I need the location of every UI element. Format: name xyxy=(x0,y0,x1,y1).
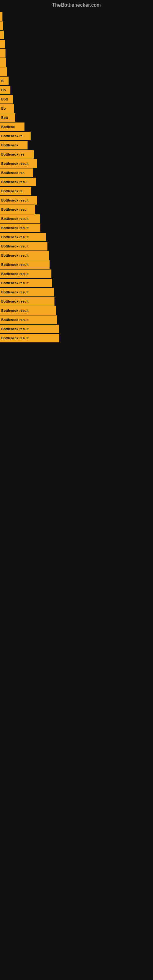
bar-label-11: Bo xyxy=(1,107,6,110)
result-bar-8: B xyxy=(0,76,9,85)
bar-row: Bottleneck result xyxy=(0,215,153,223)
result-bar-15: Bottleneck xyxy=(0,141,27,150)
result-bar-25: Bottleneck result xyxy=(0,233,46,241)
result-bar-10: Bott xyxy=(0,95,13,103)
result-bar-7 xyxy=(0,67,7,76)
bar-row xyxy=(0,40,153,48)
bar-row xyxy=(0,21,153,30)
result-bar-18: Bottleneck res xyxy=(0,169,33,177)
result-bar-6 xyxy=(0,58,6,67)
bar-label-30: Bottleneck result xyxy=(1,281,29,285)
bar-row: Bottleneck resul xyxy=(0,205,153,214)
bar-label-14: Bottleneck re xyxy=(1,134,22,138)
bar-label-9: Bo xyxy=(1,88,6,92)
bar-row xyxy=(0,58,153,67)
result-bar-35: Bottleneck result xyxy=(0,325,59,333)
bar-row: Bottleneck result xyxy=(0,325,153,333)
bar-row: Bottleneck result xyxy=(0,224,153,232)
bar-label-25: Bottleneck result xyxy=(1,235,29,239)
bar-label-31: Bottleneck result xyxy=(1,290,29,294)
bar-row: Bottleneck result xyxy=(0,251,153,260)
result-bar-22: Bottleneck resul xyxy=(0,205,35,214)
result-bar-31: Bottleneck result xyxy=(0,288,54,296)
bar-row: Bottleneck resul xyxy=(0,178,153,186)
bar-row: Bott xyxy=(0,95,153,103)
bar-row: Bottleneck result xyxy=(0,269,153,278)
bar-label-34: Bottleneck result xyxy=(1,318,29,321)
bar-row: Bottleneck result xyxy=(0,233,153,241)
bar-row xyxy=(0,67,153,76)
bar-row: Bottleneck res xyxy=(0,150,153,159)
bar-row: Bottleneck result xyxy=(0,279,153,287)
bar-label-27: Bottleneck result xyxy=(1,254,29,257)
result-bar-24: Bottleneck result xyxy=(0,224,40,232)
bar-row: Bottleneck xyxy=(0,141,153,150)
result-bar-19: Bottleneck resul xyxy=(0,178,36,186)
bar-row xyxy=(0,30,153,39)
result-bar-17: Bottleneck result xyxy=(0,159,37,168)
bar-label-21: Bottleneck result xyxy=(1,199,29,202)
bar-label-13: Bottlene xyxy=(1,125,15,129)
bars-container: BBoBottBoBottBottleneBottleneck reBottle… xyxy=(0,9,153,343)
bar-row: Bottleneck result xyxy=(0,196,153,205)
bar-row: Bottleneck res xyxy=(0,169,153,177)
bar-row: Bottleneck result xyxy=(0,306,153,315)
result-bar-14: Bottleneck re xyxy=(0,132,30,140)
bar-label-26: Bottleneck result xyxy=(1,244,29,248)
bar-label-10: Bott xyxy=(1,97,8,101)
result-bar-3 xyxy=(0,30,4,39)
bar-label-32: Bottleneck result xyxy=(1,299,29,303)
bar-row: Bottleneck result xyxy=(0,288,153,296)
bar-label-18: Bottleneck res xyxy=(1,171,24,175)
bar-row: Bottleneck result xyxy=(0,242,153,250)
result-bar-23: Bottleneck result xyxy=(0,215,40,223)
bar-label-20: Bottleneck re xyxy=(1,189,22,193)
bar-label-33: Bottleneck result xyxy=(1,309,29,312)
result-bar-32: Bottleneck result xyxy=(0,297,54,305)
result-bar-26: Bottleneck result xyxy=(0,242,48,250)
bar-row: B xyxy=(0,76,153,85)
bar-row: Bo xyxy=(0,104,153,113)
result-bar-34: Bottleneck result xyxy=(0,315,57,324)
result-bar-9: Bo xyxy=(0,86,10,94)
result-bar-21: Bottleneck result xyxy=(0,196,37,205)
bar-row: Bottleneck re xyxy=(0,187,153,196)
bar-row: Bo xyxy=(0,86,153,94)
bar-row: Bottleneck result xyxy=(0,315,153,324)
bar-label-17: Bottleneck result xyxy=(1,162,29,165)
bar-row: Bottlene xyxy=(0,123,153,131)
bar-row: Bottleneck re xyxy=(0,132,153,140)
site-title: TheBottlenecker.com xyxy=(0,0,153,9)
bar-label-23: Bottleneck result xyxy=(1,217,29,221)
result-bar-27: Bottleneck result xyxy=(0,251,49,260)
result-bar-30: Bottleneck result xyxy=(0,279,52,287)
bar-row: Bottleneck result xyxy=(0,260,153,269)
bar-label-29: Bottleneck result xyxy=(1,272,29,275)
bar-label-24: Bottleneck result xyxy=(1,226,29,230)
bar-row: Bottleneck result xyxy=(0,159,153,168)
result-bar-12: Bott xyxy=(0,113,15,122)
result-bar-36: Bottleneck result xyxy=(0,334,59,342)
result-bar-28: Bottleneck result xyxy=(0,260,49,269)
result-bar-33: Bottleneck result xyxy=(0,306,56,315)
bar-label-36: Bottleneck result xyxy=(1,336,29,340)
result-bar-11: Bo xyxy=(0,104,14,113)
result-bar-1 xyxy=(0,12,2,21)
result-bar-2 xyxy=(0,21,3,30)
bar-row: Bottleneck result xyxy=(0,334,153,342)
result-bar-4 xyxy=(0,40,5,48)
bar-row: Bottleneck result xyxy=(0,297,153,305)
bar-label-8: B xyxy=(1,79,4,83)
bar-label-35: Bottleneck result xyxy=(1,327,29,331)
bar-row xyxy=(0,49,153,57)
bar-label-15: Bottleneck xyxy=(1,143,18,147)
result-bar-29: Bottleneck result xyxy=(0,269,51,278)
result-bar-20: Bottleneck re xyxy=(0,187,31,196)
bar-row: Bott xyxy=(0,113,153,122)
bar-label-22: Bottleneck resul xyxy=(1,208,27,211)
bar-label-16: Bottleneck res xyxy=(1,153,24,156)
bar-label-28: Bottleneck result xyxy=(1,263,29,266)
bar-label-19: Bottleneck resul xyxy=(1,180,27,184)
result-bar-16: Bottleneck res xyxy=(0,150,33,159)
bar-label-12: Bott xyxy=(1,116,8,119)
